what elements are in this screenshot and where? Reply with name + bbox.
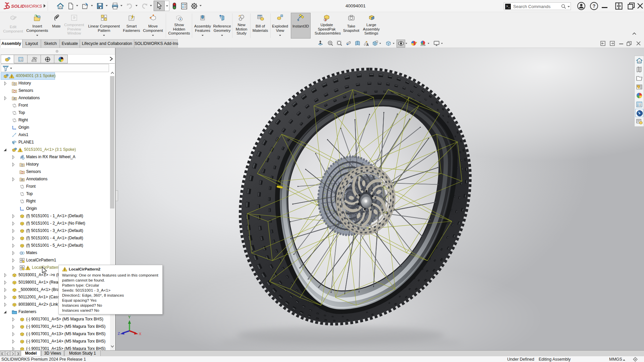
svg-text:A: A	[366, 43, 369, 47]
svg-text:Z: Z	[118, 331, 120, 336]
svg-text:X: X	[139, 332, 142, 336]
svg-text:SOLIDWORKS: SOLIDWORKS	[11, 4, 42, 9]
svg-text:?: ?	[593, 3, 596, 9]
svg-text:Y: Y	[128, 315, 131, 319]
